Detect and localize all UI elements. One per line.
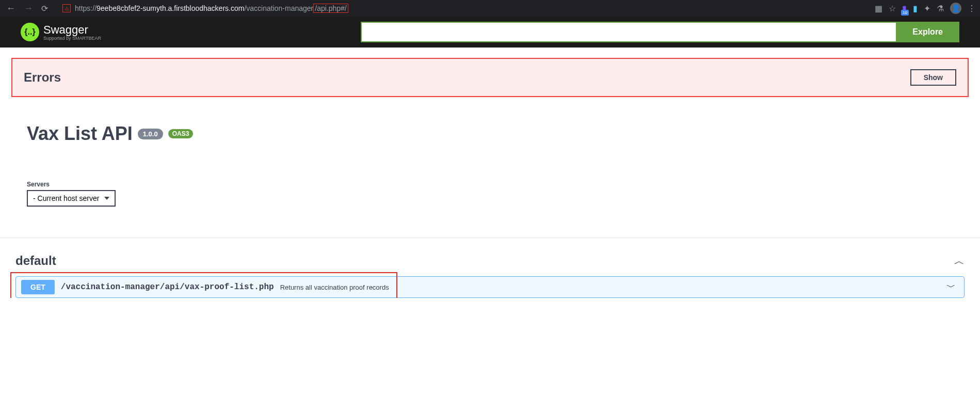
swagger-header: {..} Swagger Supported by SMARTBEAR Expl…: [0, 17, 980, 48]
version-badge: 1.0.0: [138, 129, 163, 139]
section: default ︿ GET /vaccination-manager/api/v…: [0, 254, 980, 298]
address-bar[interactable]: ⚠ https://9eebe8cbfef2-sumyth.a.firstblo…: [58, 1, 866, 15]
swagger-logo-icon: {..}: [21, 23, 39, 41]
errors-title: Errors: [24, 70, 61, 85]
servers-label: Servers: [27, 181, 953, 188]
spec-url-input[interactable]: [361, 22, 896, 42]
bookmark-icon[interactable]: ☆: [889, 4, 896, 13]
explore-form: Explore: [361, 22, 959, 42]
show-errors-button[interactable]: Show: [910, 69, 956, 86]
labs-icon[interactable]: ⚗: [937, 4, 944, 13]
url-highlight: /api.php#/: [313, 4, 348, 13]
extensions-icon[interactable]: ✦: [924, 4, 930, 13]
menu-icon[interactable]: ⋮: [968, 4, 976, 13]
reload-button[interactable]: ⟳: [39, 2, 50, 15]
server-select[interactable]: - Current host server: [27, 190, 116, 207]
method-badge: GET: [21, 280, 55, 294]
forward-button[interactable]: →: [22, 1, 35, 16]
api-title: Vax List API: [27, 123, 133, 145]
not-secure-icon: ⚠: [62, 4, 71, 12]
section-title: default: [15, 254, 56, 268]
endpoint-description: Returns all vaccination proof records: [280, 283, 946, 291]
swagger-subbrand: Supported by SMARTBEAR: [43, 36, 101, 41]
endpoint-row[interactable]: GET /vaccination-manager/api/vax-proof-l…: [15, 276, 965, 298]
url-scheme: https://: [75, 4, 97, 12]
explore-button[interactable]: Explore: [896, 22, 959, 42]
section-header[interactable]: default ︿: [15, 254, 965, 268]
extension-1-icon[interactable]: ▮10: [902, 4, 907, 13]
browser-chrome: ← → ⟳ ⚠ https://9eebe8cbfef2-sumyth.a.fi…: [0, 0, 980, 17]
profile-icon[interactable]: 👤: [950, 3, 961, 14]
errors-panel: Errors Show: [11, 58, 969, 97]
api-header: Vax List API 1.0.0 OAS3: [11, 123, 969, 145]
oas-badge: OAS3: [168, 129, 194, 138]
back-button[interactable]: ←: [4, 1, 18, 16]
endpoint-path: /vaccination-manager/api/vax-proof-list.…: [61, 282, 274, 292]
swagger-brand: Swagger: [43, 23, 101, 37]
chevron-down-icon: ﹀: [946, 281, 956, 293]
qr-icon[interactable]: ▦: [875, 4, 882, 13]
url-path: /vaccination-manager: [244, 4, 313, 12]
url-domain: 9eebe8cbfef2-sumyth.a.firstbloodhackers.…: [97, 4, 244, 12]
extension-2-icon[interactable]: ▮: [913, 4, 918, 13]
divider: [0, 238, 980, 238]
browser-toolbar: ▦ ☆ ▮10 ▮ ✦ ⚗ 👤 ⋮: [875, 3, 976, 14]
server-selected: - Current host server: [33, 194, 99, 202]
swagger-logo[interactable]: {..} Swagger Supported by SMARTBEAR: [21, 23, 101, 41]
main-content: Errors Show Vax List API 1.0.0 OAS3 Serv…: [0, 48, 980, 238]
chevron-up-icon: ︿: [954, 254, 965, 268]
servers-section: Servers - Current host server: [11, 181, 969, 207]
